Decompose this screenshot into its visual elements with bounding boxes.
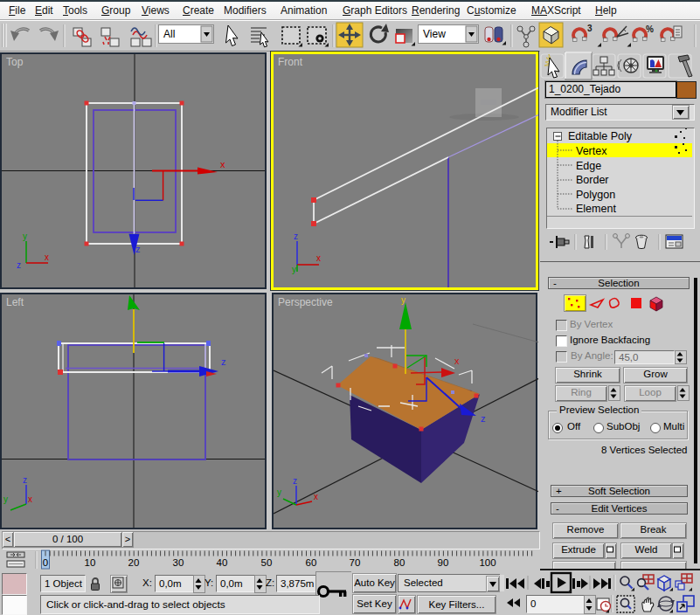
svg-text:Edge: Edge: [576, 160, 601, 172]
svg-text:Border: Border: [576, 174, 609, 186]
svg-text:3: 3: [587, 24, 593, 33]
svg-text:40: 40: [217, 557, 228, 568]
svg-text:x: x: [314, 492, 318, 501]
svg-text:z: z: [23, 475, 27, 485]
svg-text:x: x: [28, 494, 32, 504]
svg-text:z: z: [221, 356, 226, 367]
svg-text:x: x: [316, 253, 321, 263]
svg-text:Element: Element: [576, 203, 616, 215]
svg-text:y: y: [23, 231, 27, 241]
svg-text:All: All: [163, 28, 175, 40]
svg-text:z: z: [135, 244, 141, 254]
svg-text:20: 20: [128, 557, 140, 568]
svg-text:Editable Poly: Editable Poly: [568, 130, 633, 142]
svg-text:10: 10: [85, 557, 96, 568]
svg-text:100: 100: [479, 557, 496, 568]
svg-text:z: z: [481, 413, 486, 424]
svg-text:80: 80: [394, 557, 405, 568]
svg-text:0: 0: [43, 557, 48, 568]
svg-text:z: z: [17, 260, 21, 270]
svg-text:60: 60: [306, 557, 317, 568]
svg-text:Vertex: Vertex: [576, 145, 607, 157]
svg-text:x: x: [454, 356, 460, 366]
svg-text:z: z: [294, 231, 298, 241]
svg-text:y: y: [277, 487, 281, 497]
svg-text:z: z: [293, 476, 297, 486]
svg-text:y: y: [3, 494, 8, 504]
svg-text:Polygon: Polygon: [576, 189, 615, 201]
svg-text:50: 50: [261, 557, 273, 568]
svg-text:View: View: [423, 28, 446, 40]
svg-text:%: %: [646, 24, 654, 34]
svg-text:90: 90: [438, 557, 449, 568]
svg-text:x: x: [45, 252, 49, 262]
svg-text:y: y: [292, 265, 296, 274]
svg-text:70: 70: [350, 557, 361, 568]
svg-text:y: y: [401, 295, 405, 305]
svg-text:x: x: [220, 159, 225, 169]
svg-text:30: 30: [173, 557, 184, 568]
